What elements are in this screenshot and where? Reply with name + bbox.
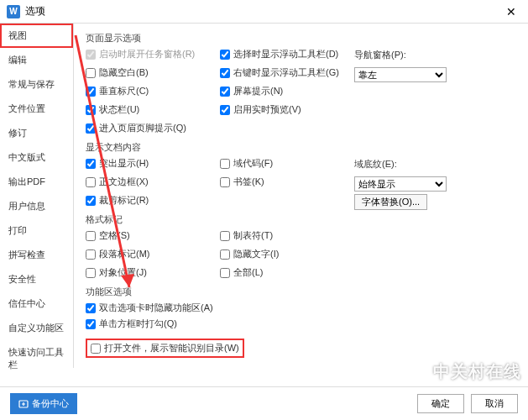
lbl-all: 全部(L) xyxy=(233,266,263,279)
titlebar: W 选项 ✕ xyxy=(0,0,528,24)
chk-open-smart[interactable] xyxy=(91,344,101,354)
lbl-field-code: 域代码(F) xyxy=(233,157,273,170)
chk-vruler[interactable] xyxy=(86,87,96,97)
watermark-icon xyxy=(411,363,430,381)
lbl-rclick-float: 右键时显示浮动工具栏(G) xyxy=(233,66,339,79)
chk-statusbar[interactable] xyxy=(86,105,96,115)
svg-rect-2 xyxy=(413,364,420,370)
chk-crop-mark[interactable] xyxy=(86,196,96,206)
btn-font-sub[interactable]: 字体替换(O)... xyxy=(354,194,427,210)
lbl-field-shading: 域底纹(E): xyxy=(354,158,397,171)
chk-hide-blank[interactable] xyxy=(86,68,96,78)
sidebar-item-0[interactable]: 视图 xyxy=(0,24,73,48)
lbl-tab: 制表符(T) xyxy=(233,229,273,242)
chk-single-click[interactable] xyxy=(86,319,96,329)
sidebar-item-12[interactable]: 自定义功能区 xyxy=(0,316,73,340)
chk-highlight[interactable] xyxy=(86,159,96,169)
watermark: 中关村在线 xyxy=(411,360,521,383)
sidebar-item-2[interactable]: 常规与保存 xyxy=(0,72,73,97)
chk-bookmark[interactable] xyxy=(220,177,230,187)
lbl-single-click: 单击方框时打勾(Q) xyxy=(99,318,177,330)
ok-button[interactable]: 确定 xyxy=(417,394,464,413)
chk-screentip[interactable] xyxy=(220,87,230,97)
chk-field-code[interactable] xyxy=(220,159,230,169)
lbl-nav-pane: 导航窗格(P): xyxy=(354,49,406,61)
sidebar-item-1[interactable]: 编辑 xyxy=(0,48,73,72)
svg-rect-5 xyxy=(421,372,428,379)
app-icon: W xyxy=(7,5,20,18)
section-format-marks: 格式标记 xyxy=(86,213,520,226)
lbl-highlight: 突出显示(H) xyxy=(99,157,149,170)
svg-rect-4 xyxy=(413,372,420,379)
window-title: 选项 xyxy=(25,4,45,18)
lbl-startup-task: 启动时展开任务窗格(R) xyxy=(99,48,195,60)
sidebar-item-8[interactable]: 打印 xyxy=(0,218,73,243)
lbl-hide-blank: 隐藏空白(B) xyxy=(99,66,149,79)
content-pane: 页面显示选项 启动时展开任务窗格(R) 选择时显示浮动工具栏(D) 导航窗格(P… xyxy=(74,24,528,368)
close-icon[interactable]: ✕ xyxy=(501,5,521,18)
lbl-hidden-text: 隐藏文字(I) xyxy=(233,248,279,260)
footer: 备份中心 确定 取消 xyxy=(0,386,528,420)
chk-float-select[interactable] xyxy=(220,50,230,60)
lbl-statusbar: 状态栏(U) xyxy=(99,103,139,116)
chk-dblclick-hide[interactable] xyxy=(86,303,96,313)
lbl-bookmark: 书签(K) xyxy=(233,176,264,188)
lbl-open-smart: 打开文件，展示智能识别目录(W) xyxy=(104,342,239,354)
lbl-header-footer: 进入页眉页脚提示(Q) xyxy=(99,122,186,134)
sidebar-item-10[interactable]: 安全性 xyxy=(0,267,73,291)
backup-center-button[interactable]: 备份中心 xyxy=(10,393,77,414)
lbl-space: 空格(S) xyxy=(99,229,130,242)
highlight-open-smart: 打开文件，展示智能识别目录(W) xyxy=(86,339,244,358)
sidebar-item-5[interactable]: 中文版式 xyxy=(0,145,73,170)
chk-space[interactable] xyxy=(86,231,96,241)
chk-tab[interactable] xyxy=(220,231,230,241)
chk-obj-pos[interactable] xyxy=(86,268,96,278)
sidebar-item-13[interactable]: 快速访问工具栏 xyxy=(0,340,73,377)
sidebar-item-11[interactable]: 信任中心 xyxy=(0,291,73,316)
chk-para-mark[interactable] xyxy=(86,249,96,260)
section-doc-content: 显示文档内容 xyxy=(86,141,520,154)
sidebar: 视图编辑常规与保存文件位置修订中文版式输出PDF用户信息打印拼写检查安全性信任中… xyxy=(0,24,74,368)
lbl-para-mark: 段落标记(M) xyxy=(99,248,150,260)
lbl-crop-mark: 裁剪标记(R) xyxy=(99,194,149,207)
backup-icon xyxy=(18,399,29,409)
sidebar-item-3[interactable]: 文件位置 xyxy=(0,97,73,121)
lbl-obj-pos: 对象位置(J) xyxy=(99,266,147,279)
chk-all[interactable] xyxy=(220,268,230,278)
sidebar-item-4[interactable]: 修订 xyxy=(0,121,73,145)
chk-hidden-text[interactable] xyxy=(220,249,230,260)
lbl-dblclick-hide: 双击选项卡时隐藏功能区(A) xyxy=(99,302,213,314)
lbl-rt-preview: 启用实时预览(V) xyxy=(233,103,301,116)
select-nav-pane[interactable]: 靠左 xyxy=(354,67,447,82)
select-field-shading[interactable]: 始终显示 xyxy=(354,176,447,192)
lbl-float-select: 选择时显示浮动工具栏(D) xyxy=(233,48,338,60)
svg-rect-3 xyxy=(421,364,428,370)
chk-rt-preview[interactable] xyxy=(220,105,230,115)
chk-header-footer[interactable] xyxy=(86,123,96,134)
lbl-text-border: 正文边框(X) xyxy=(99,176,149,188)
cancel-button[interactable]: 取消 xyxy=(471,394,518,413)
sidebar-item-6[interactable]: 输出PDF xyxy=(0,170,73,194)
chk-startup-task[interactable] xyxy=(86,50,96,60)
lbl-screentip: 屏幕提示(N) xyxy=(233,85,283,97)
section-ribbon: 功能区选项 xyxy=(86,286,520,298)
section-page-display: 页面显示选项 xyxy=(86,32,520,45)
sidebar-item-9[interactable]: 拼写检查 xyxy=(0,243,73,267)
sidebar-item-7[interactable]: 用户信息 xyxy=(0,194,73,218)
chk-text-border[interactable] xyxy=(86,177,96,187)
chk-rclick-float[interactable] xyxy=(220,68,230,78)
lbl-vruler: 垂直标尺(C) xyxy=(99,85,149,97)
